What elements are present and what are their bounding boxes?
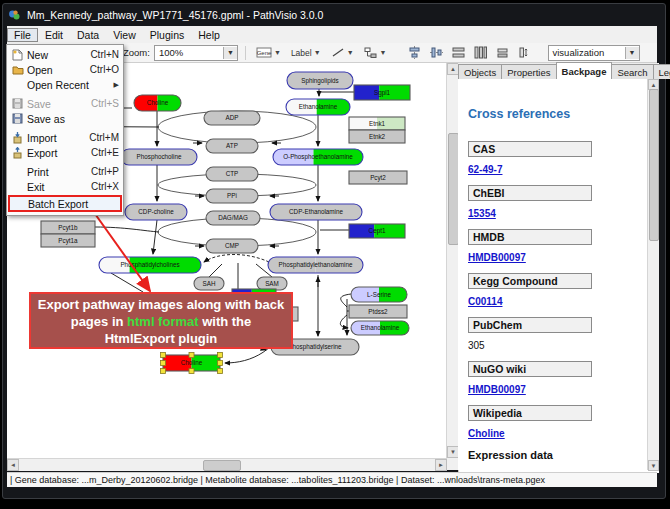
file-menu-item-export[interactable]: ExportCtrl+E xyxy=(7,145,123,160)
line-tool-button[interactable]: ▼ xyxy=(328,46,357,59)
file-menu-item-batch-export[interactable]: Batch Export xyxy=(8,195,122,212)
add-label-button[interactable]: Label ▼ xyxy=(288,47,324,59)
selection-handle[interactable] xyxy=(218,369,223,374)
pathway-node-cdp-ethanolamine[interactable]: CDP-Ethanolamine xyxy=(270,204,362,220)
pathway-edge[interactable] xyxy=(153,220,157,254)
tab-search[interactable]: Search xyxy=(611,64,653,79)
add-gene-button[interactable]: Gene ▼ xyxy=(253,46,284,59)
xref-value-nugo-wiki[interactable]: HMDB00097 xyxy=(468,384,526,395)
tab-legend[interactable]: Legend xyxy=(653,64,670,79)
horizontal-scroll-thumb[interactable] xyxy=(203,460,241,471)
pathway-edge[interactable] xyxy=(209,264,222,277)
selection-handle[interactable] xyxy=(161,369,166,374)
tab-objects[interactable]: Objects xyxy=(458,64,502,79)
visualization-caret-icon[interactable]: ▼ xyxy=(625,47,639,59)
scroll-left-button[interactable]: ◄ xyxy=(7,459,19,471)
file-menu-item-exit[interactable]: ExitCtrl+X xyxy=(7,179,123,194)
pathway-node-choline-top[interactable]: Choline xyxy=(134,95,181,111)
pathway-node-ethanolamine-bottom[interactable]: Ethanolamine xyxy=(351,321,409,335)
selection-handle[interactable] xyxy=(218,361,223,366)
distribute-vertical-button[interactable] xyxy=(472,45,490,60)
connector-tool-icon xyxy=(364,47,378,59)
panel-scroll-thumb[interactable] xyxy=(649,89,659,241)
file-menu-item-open[interactable]: OpenCtrl+O xyxy=(7,62,123,77)
file-menu-item-save[interactable]: SaveCtrl+S xyxy=(7,96,123,111)
pathway-node-dag-mag[interactable]: DAG/MAG xyxy=(206,211,260,225)
common-height-button[interactable] xyxy=(516,45,534,60)
pathway-edge[interactable] xyxy=(204,255,269,263)
pathway-node-pcyt2[interactable]: Pcyt2 xyxy=(349,171,407,184)
align-center-x-button[interactable] xyxy=(406,45,424,60)
pathway-node-ctp[interactable]: CTP xyxy=(206,167,258,181)
pathway-node-ethanolamine-top[interactable]: Ethanolamine xyxy=(286,99,350,115)
expression-data-heading: Expression data xyxy=(468,449,553,461)
pathway-node-ppi[interactable]: PPi xyxy=(206,189,258,203)
menubar-item-help[interactable]: Help xyxy=(191,28,227,42)
pathway-node-adp[interactable]: ADP xyxy=(204,111,260,125)
callout-line1: Export pathway images along with back xyxy=(38,297,284,312)
file-menu-item-import[interactable]: ImportCtrl+M xyxy=(7,130,123,145)
pathway-node-phosphatidylethanolamine[interactable]: Phosphatidylethanolamine xyxy=(268,257,363,273)
pathway-node-sphingolipids[interactable]: Sphingolipids xyxy=(287,72,353,89)
pathway-node-cdp-choline[interactable]: CDP-choline xyxy=(125,204,187,220)
xref-value-chebi[interactable]: 15354 xyxy=(468,208,496,219)
xref-value-cas[interactable]: 62-49-7 xyxy=(468,164,502,175)
xref-value-wikipedia[interactable]: Choline xyxy=(468,428,505,439)
tab-backpage[interactable]: Backpage xyxy=(556,62,613,79)
pathway-node-phosphatidylcholines[interactable]: Phosphatidylcholines xyxy=(99,257,201,273)
pathway-node-etnk1[interactable]: Etnk1 xyxy=(349,117,405,130)
selection-handle[interactable] xyxy=(218,353,223,358)
pathway-node-etnk2[interactable]: Etnk2 xyxy=(349,130,405,143)
scroll-right-button[interactable]: ► xyxy=(435,459,447,471)
distribute-horizontal-button[interactable] xyxy=(450,45,468,60)
zoom-caret-icon[interactable]: ▼ xyxy=(223,47,237,59)
canvas-horizontal-scrollbar[interactable]: ◄ ► xyxy=(7,458,446,471)
pathway-node-ptdss2[interactable]: Ptdss2 xyxy=(349,305,407,318)
menu-item-shortcut: Ctrl+N xyxy=(90,49,119,60)
pathway-node-cept1[interactable]: Cept1 xyxy=(349,224,405,238)
xref-value-kegg-compound[interactable]: C00114 xyxy=(468,296,502,307)
file-menu-item-open-recent[interactable]: Open Recent▶ xyxy=(7,77,123,92)
menubar-item-view[interactable]: View xyxy=(106,28,143,42)
menubar-item-edit[interactable]: Edit xyxy=(38,28,70,42)
file-menu-item-save-as[interactable]: Save as xyxy=(7,111,123,126)
selection-handle[interactable] xyxy=(189,369,194,374)
common-width-button[interactable] xyxy=(494,45,512,60)
pathway-edge[interactable] xyxy=(111,273,143,292)
panel-vertical-scrollbar[interactable]: ▲ ▼ xyxy=(647,79,659,470)
file-menu-item-print[interactable]: PrintCtrl+P xyxy=(7,164,123,179)
pathway-node-phosphocholine[interactable]: Phosphocholine xyxy=(121,149,197,165)
zoom-combobox[interactable]: 100% ▼ xyxy=(154,45,238,61)
pathway-node-label: SAH xyxy=(203,280,216,287)
tab-properties[interactable]: Properties xyxy=(501,64,556,79)
file-menu-item-new[interactable]: NewCtrl+N xyxy=(7,47,123,62)
pathway-node-sah[interactable]: SAH xyxy=(194,277,224,290)
pathway-node-pcyt1a[interactable]: Pcyt1a xyxy=(41,234,95,247)
panel-scroll-down-button[interactable]: ▼ xyxy=(648,460,659,471)
selection-handle[interactable] xyxy=(161,361,166,366)
menubar-item-plugins[interactable]: Plugins xyxy=(143,28,191,42)
pathway-node-l-serine[interactable]: L-Serine xyxy=(351,287,407,302)
connector-tool-button[interactable]: ▼ xyxy=(361,46,390,60)
pathway-node-sam[interactable]: SAM xyxy=(257,277,287,290)
pathway-node-o-phosphoethanolamine[interactable]: O-Phosphoethanolamine xyxy=(273,149,363,165)
menu-item-label: Open xyxy=(27,64,53,76)
pathway-edge[interactable] xyxy=(95,227,159,232)
pathway-node-cmp[interactable]: CMP xyxy=(206,239,258,253)
pathway-node-atp[interactable]: ATP xyxy=(206,139,258,153)
pathway-node-sgpl1[interactable]: Sgpl1 xyxy=(354,85,410,100)
menu-item-label: Export xyxy=(27,147,57,159)
menubar-item-data[interactable]: Data xyxy=(70,28,106,42)
menubar-item-file[interactable]: File xyxy=(7,28,38,42)
align-center-y-button[interactable] xyxy=(428,45,446,60)
align-center-x-icon xyxy=(408,46,421,59)
selection-handle[interactable] xyxy=(189,353,194,358)
visualization-combobox[interactable]: visualization ▼ xyxy=(548,45,640,61)
selection-handle[interactable] xyxy=(161,353,166,358)
align-center-y-icon xyxy=(430,46,443,59)
pathway-node-choline-selected[interactable]: Choline xyxy=(161,353,223,374)
pathway-node-pcyt1b[interactable]: Pcyt1b xyxy=(41,221,95,234)
xref-value-hmdb[interactable]: HMDB00097 xyxy=(468,252,526,263)
zoom-label: Zoom: xyxy=(123,47,150,58)
title-bar[interactable]: Mm_Kennedy_pathway_WP1771_45176.gpml - P… xyxy=(8,6,656,24)
